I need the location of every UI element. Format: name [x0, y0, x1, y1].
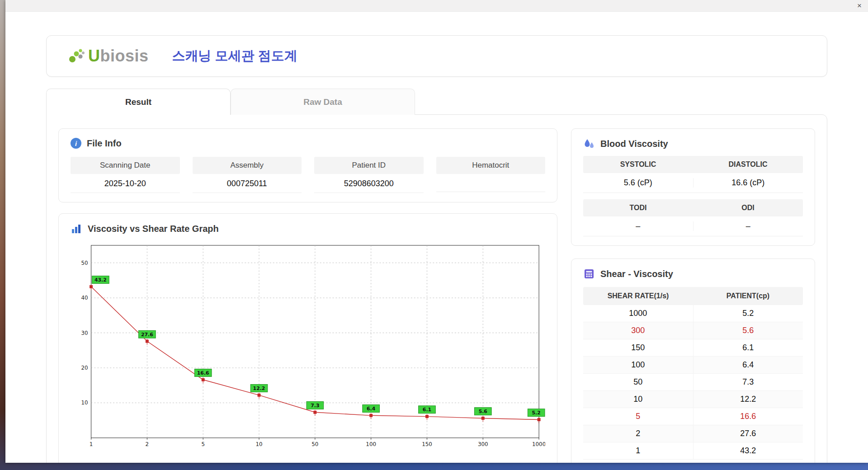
field-assembly: Assembly 000725011	[193, 157, 302, 193]
svg-text:7.3: 7.3	[311, 403, 319, 409]
svg-text:1: 1	[90, 441, 93, 447]
col-patient: PATIENT(cp)	[693, 287, 803, 305]
bv-value-todi: –	[583, 221, 693, 231]
patient-viscosity-cell: 27.6	[693, 425, 803, 442]
bv-header-todi: TODI	[583, 204, 693, 212]
patient-viscosity-cell: 12.2	[693, 391, 803, 408]
bv-header-row: TODI ODI	[583, 199, 803, 216]
file-info-card: i File Info Scanning Date 2025-10-20 Ass…	[58, 128, 557, 202]
tab-raw-data[interactable]: Raw Data	[231, 89, 415, 115]
chart-wrap: 10203040501251050100150300100043.227.616…	[71, 241, 545, 451]
patient-viscosity-cell: 43.2	[693, 442, 803, 459]
right-column: Blood Viscosity SYSTOLIC DIASTOLIC 5.6 (…	[571, 128, 815, 463]
field-value: 000725011	[193, 174, 302, 193]
shear-rate-cell: 5	[583, 408, 693, 425]
close-icon[interactable]: ×	[857, 2, 862, 9]
bv-value-row: 5.6 (cP) 16.6 (cP)	[583, 173, 803, 193]
shear-table-row: 1012.2	[583, 391, 803, 408]
svg-text:150: 150	[422, 441, 432, 447]
bar-chart-icon	[71, 223, 82, 235]
svg-text:6.1: 6.1	[423, 407, 431, 413]
bv-header-systolic: SYSTOLIC	[583, 160, 693, 169]
shear-table-row: 10005.2	[583, 305, 803, 322]
file-info-fields: Scanning Date 2025-10-20 Assembly 000725…	[71, 157, 545, 193]
bv-value-odi: –	[693, 221, 803, 231]
svg-text:5: 5	[201, 441, 205, 447]
svg-text:27.6: 27.6	[141, 332, 153, 338]
field-hematocrit: Hematocrit	[436, 157, 546, 193]
viscosity-chart: 10203040501251050100150300100043.227.616…	[71, 241, 545, 451]
shear-rate-cell: 2	[583, 425, 693, 442]
svg-text:1000: 1000	[532, 441, 545, 447]
blood-viscosity-card: Blood Viscosity SYSTOLIC DIASTOLIC 5.6 (…	[571, 128, 815, 246]
header-card: Ubiosis 스캐닝 모세관 점도계	[46, 35, 827, 77]
shear-table-row: 1006.4	[583, 357, 803, 374]
svg-text:10: 10	[255, 441, 262, 447]
shear-rate-cell: 100	[583, 357, 693, 373]
shear-rate-cell: 10	[583, 391, 693, 408]
svg-text:300: 300	[478, 441, 488, 447]
page-title: 스캐닝 모세관 점도계	[172, 47, 297, 65]
bv-value-row: – –	[583, 216, 803, 236]
svg-text:10: 10	[81, 400, 88, 406]
shear-table-row: 1506.1	[583, 339, 803, 357]
svg-text:16.6: 16.6	[197, 370, 209, 376]
shear-viscosity-card: Shear - Viscosity SHEAR RATE(1/s) PATIEN…	[571, 258, 815, 463]
shear-table-row: 227.6	[583, 425, 803, 442]
leaf-icon	[67, 47, 86, 66]
svg-text:43.2: 43.2	[94, 277, 107, 283]
field-value: 52908603200	[314, 174, 424, 193]
left-column: i File Info Scanning Date 2025-10-20 Ass…	[58, 128, 557, 463]
field-label: Scanning Date	[71, 157, 180, 174]
patient-viscosity-cell: 6.1	[693, 339, 803, 356]
tab-result[interactable]: Result	[46, 89, 231, 115]
shear-table-header: SHEAR RATE(1/s) PATIENT(cp)	[583, 287, 803, 305]
field-patient-id: Patient ID 52908603200	[314, 157, 424, 193]
bv-value-diastolic: 16.6 (cP)	[693, 178, 803, 188]
graph-card: Viscosity vs Shear Rate Graph 1020304050…	[58, 213, 557, 463]
app-window: × Ubiosis 스캐닝 모세관 점도계 Result Raw Data	[5, 0, 868, 463]
bv-header-row: SYSTOLIC DIASTOLIC	[583, 156, 803, 173]
bv-header-diastolic: DIASTOLIC	[693, 160, 803, 169]
svg-text:2: 2	[146, 441, 149, 447]
patient-viscosity-cell: 5.6	[693, 322, 803, 339]
svg-text:12.2: 12.2	[253, 385, 265, 391]
shear-rate-cell: 50	[583, 374, 693, 390]
info-icon: i	[71, 138, 81, 149]
logo-text: Ubiosis	[88, 47, 149, 66]
svg-text:100: 100	[366, 441, 376, 447]
svg-text:50: 50	[311, 441, 318, 447]
shear-rate-cell: 1	[583, 442, 693, 459]
field-scanning-date: Scanning Date 2025-10-20	[71, 157, 180, 193]
svg-text:5.2: 5.2	[532, 410, 541, 416]
shear-table-row: 507.3	[583, 374, 803, 391]
table-icon	[583, 268, 595, 280]
blood-viscosity-title: Blood Viscosity	[583, 138, 803, 150]
field-label: Assembly	[193, 157, 302, 174]
bv-value-systolic: 5.6 (cP)	[583, 178, 693, 188]
svg-text:6.4: 6.4	[367, 406, 376, 412]
tabs: Result Raw Data	[46, 89, 827, 115]
svg-text:50: 50	[81, 260, 88, 266]
main-panel: i File Info Scanning Date 2025-10-20 Ass…	[46, 114, 827, 463]
shear-table-body: 10005.23005.61506.11006.4507.31012.2516.…	[583, 305, 803, 460]
svg-text:40: 40	[81, 295, 88, 301]
shear-viscosity-title: Shear - Viscosity	[583, 268, 803, 280]
droplet-icon	[583, 138, 595, 150]
patient-viscosity-cell: 6.4	[693, 357, 803, 373]
ubiosis-logo: Ubiosis	[67, 47, 149, 66]
patient-viscosity-cell: 7.3	[693, 374, 803, 390]
shear-rate-cell: 300	[583, 322, 693, 339]
field-value	[436, 174, 546, 192]
titlebar: ×	[5, 0, 868, 12]
shear-rate-cell: 150	[583, 339, 693, 356]
shear-table-row: 516.6	[583, 408, 803, 425]
svg-text:30: 30	[81, 330, 88, 336]
col-shear-rate: SHEAR RATE(1/s)	[583, 287, 693, 305]
graph-title: Viscosity vs Shear Rate Graph	[71, 223, 545, 235]
shear-table-row: 143.2	[583, 442, 803, 460]
patient-viscosity-cell: 16.6	[693, 408, 803, 425]
svg-text:5.6: 5.6	[479, 409, 487, 414]
svg-text:20: 20	[81, 365, 88, 371]
file-info-title: i File Info	[71, 138, 545, 149]
